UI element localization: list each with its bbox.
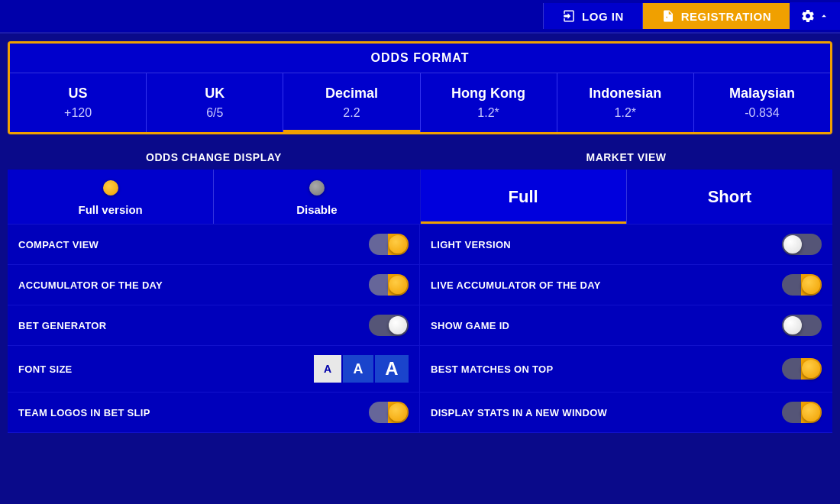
market-full-button[interactable]: Full [421, 170, 626, 224]
best-matches-label: BEST MATCHES ON TOP [431, 363, 554, 375]
bet-generator-label: BET GENERATOR [18, 320, 106, 331]
live-accumulator-toggle[interactable] [782, 274, 822, 296]
light-version-toggle[interactable] [782, 234, 822, 255]
market-view-header: MARKET VIEW [420, 144, 832, 170]
compact-view-knob [389, 235, 407, 254]
market-short-button[interactable]: Short [627, 170, 832, 224]
market-full-label: Full [509, 187, 538, 207]
font-size-label: FONT SIZE [18, 363, 73, 375]
odds-format-options: US +120 UK 6/5 Decimal 2.2 Hong Kong 1.2… [10, 73, 830, 132]
odds-option-hongkong[interactable]: Hong Kong 1.2* [421, 73, 557, 132]
light-version-label: LIGHT VERSION [431, 239, 511, 250]
disable-label: Disable [296, 203, 337, 216]
market-view-buttons: Full Short [421, 170, 833, 224]
team-logos-label: TEAM LOGOS IN BET SLIP [18, 407, 150, 418]
odds-id-value: 1.2* [615, 106, 636, 120]
team-logos-toggle[interactable] [369, 402, 409, 423]
compact-view-toggle[interactable] [369, 234, 409, 255]
section-headers: ODDS CHANGE DISPLAY MARKET VIEW [8, 144, 832, 170]
accumulator-toggle[interactable] [369, 274, 409, 296]
setting-bet-generator: BET GENERATOR [8, 305, 420, 346]
setting-show-game-id: SHOW GAME ID [420, 305, 832, 346]
show-game-id-knob [783, 316, 802, 334]
odds-decimal-value: 2.2 [343, 106, 360, 120]
top-bar: LOG IN REGISTRATION [0, 0, 840, 34]
display-stats-label: DISPLAY STATS IN A NEW WINDOW [431, 407, 607, 418]
odds-full-version[interactable]: Full version [8, 170, 214, 224]
show-game-id-label: SHOW GAME ID [431, 320, 509, 331]
best-matches-toggle[interactable] [782, 358, 822, 380]
odds-market-row: Full version Disable Full Short [8, 170, 832, 225]
font-size-large[interactable]: A [375, 355, 409, 383]
odds-us-name: US [69, 86, 88, 102]
live-accumulator-knob [802, 276, 820, 294]
settings-grid: COMPACT VIEW LIGHT VERSION ACCUMULATOR O… [8, 225, 832, 433]
accumulator-label: ACCUMULATOR OF THE DAY [18, 279, 163, 291]
font-size-medium[interactable]: A [343, 355, 373, 383]
odds-option-malaysian[interactable]: Malaysian -0.834 [694, 73, 830, 132]
setting-team-logos: TEAM LOGOS IN BET SLIP [8, 393, 420, 433]
register-button[interactable]: REGISTRATION [643, 3, 790, 29]
compact-view-label: COMPACT VIEW [18, 239, 99, 250]
display-stats-toggle[interactable] [782, 402, 822, 423]
setting-best-matches: BEST MATCHES ON TOP [420, 346, 832, 393]
odds-option-decimal[interactable]: Decimal 2.2 [283, 73, 420, 132]
setting-light-version: LIGHT VERSION [420, 225, 832, 265]
odds-change-header: ODDS CHANGE DISPLAY [8, 144, 420, 170]
full-version-radio [103, 180, 118, 195]
live-accumulator-label: LIVE ACCUMULATOR OF THE DAY [431, 279, 601, 291]
chevron-up-icon [819, 11, 829, 21]
login-button[interactable]: LOG IN [543, 3, 643, 29]
register-label: REGISTRATION [681, 10, 771, 23]
odds-option-us[interactable]: US +120 [10, 73, 147, 132]
full-version-label: Full version [79, 203, 143, 216]
disable-radio [309, 180, 325, 195]
light-version-knob [783, 235, 802, 254]
odds-uk-name: UK [205, 86, 225, 102]
odds-format-panel: ODDS FORMAT US +120 UK 6/5 Decimal 2.2 H… [8, 41, 832, 134]
login-icon [562, 9, 576, 23]
odds-change-options: Full version Disable [8, 170, 421, 224]
odds-format-title: ODDS FORMAT [10, 44, 830, 73]
register-icon [661, 9, 675, 23]
bet-generator-knob [389, 316, 407, 334]
best-matches-knob [802, 360, 820, 378]
bet-generator-toggle[interactable] [369, 315, 409, 336]
odds-option-uk[interactable]: UK 6/5 [147, 73, 283, 132]
setting-accumulator: ACCUMULATOR OF THE DAY [8, 265, 420, 305]
font-size-small[interactable]: A [314, 355, 341, 383]
accumulator-knob [389, 276, 407, 294]
setting-display-stats: DISPLAY STATS IN A NEW WINDOW [420, 393, 832, 433]
odds-my-value: -0.834 [745, 106, 779, 120]
font-size-options: A A A [314, 355, 409, 383]
market-short-label: Short [708, 187, 751, 207]
odds-option-indonesian[interactable]: Indonesian 1.2* [557, 73, 694, 132]
odds-hk-name: Hong Kong [451, 86, 525, 102]
setting-live-accumulator: LIVE ACCUMULATOR OF THE DAY [420, 265, 832, 305]
odds-disable[interactable]: Disable [214, 170, 419, 224]
odds-hk-value: 1.2* [477, 106, 499, 120]
odds-decimal-name: Decimal [325, 86, 378, 102]
show-game-id-toggle[interactable] [782, 315, 822, 336]
setting-font-size: FONT SIZE A A A [8, 346, 420, 393]
odds-uk-value: 6/5 [206, 106, 223, 120]
display-stats-knob [802, 403, 820, 422]
odds-my-name: Malaysian [729, 86, 795, 102]
setting-compact-view: COMPACT VIEW [8, 225, 420, 265]
main-content: ODDS FORMAT US +120 UK 6/5 Decimal 2.2 H… [0, 34, 840, 441]
odds-us-value: +120 [64, 106, 92, 120]
team-logos-knob [389, 403, 407, 422]
login-label: LOG IN [582, 10, 624, 23]
odds-id-name: Indonesian [589, 86, 661, 102]
settings-icon [800, 8, 816, 24]
settings-button[interactable] [790, 2, 840, 30]
